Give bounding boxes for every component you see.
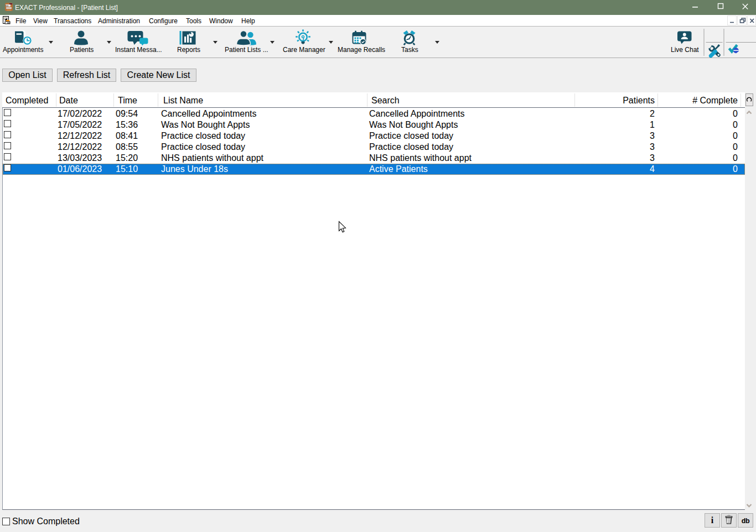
svg-text:i: i [711,515,714,525]
svg-text:db: db [742,517,750,525]
